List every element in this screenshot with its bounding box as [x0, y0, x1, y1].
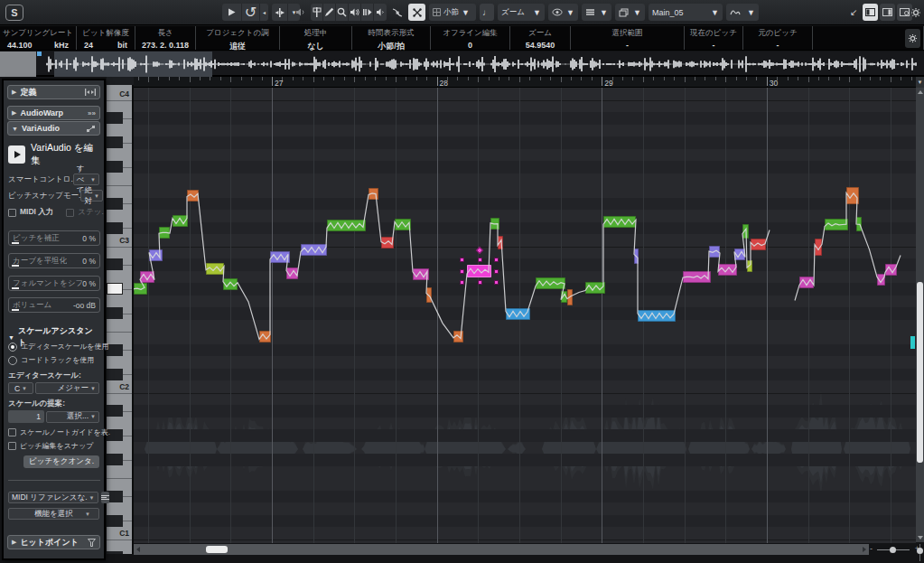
suggestion-count-field[interactable]: 1 [8, 410, 44, 423]
info-field[interactable]: 選択範囲- [571, 26, 685, 50]
piano-key-black[interactable] [107, 161, 123, 173]
segment-handle[interactable] [478, 280, 482, 285]
segment-handle[interactable] [460, 280, 464, 285]
piano-key-black[interactable] [107, 551, 123, 554]
scale-root-dropdown[interactable]: C▼ [8, 382, 33, 394]
draw-tool-button[interactable] [323, 4, 336, 21]
scale-guide-checkbox[interactable] [8, 428, 16, 436]
section-define[interactable]: ▶ 定義 [7, 85, 100, 99]
ruler-options-button[interactable]: ▼ [916, 77, 924, 88]
piano-key-black[interactable] [107, 491, 123, 502]
part-edit-mode-dropdown[interactable]: ▼ [615, 4, 645, 21]
formant-shift-slider[interactable]: フォルマントをシフト 0 % [8, 276, 100, 291]
info-field[interactable]: 時間表示形式小節/拍 [352, 26, 431, 50]
piano-key-black[interactable] [107, 198, 123, 210]
audition-button[interactable] [293, 4, 307, 21]
horizontal-scrollbar[interactable] [134, 544, 869, 555]
info-field[interactable]: サンプリングレート44.100kHz [0, 26, 77, 50]
left-zone-toggle[interactable] [863, 4, 878, 21]
range-tool-button[interactable] [311, 4, 323, 21]
info-field[interactable]: 長さ273. 2. 0.118 [135, 26, 196, 50]
horizontal-zoom-slider[interactable]: - + [870, 544, 919, 555]
scroll-down-arrow[interactable] [918, 536, 923, 540]
select-function-dropdown[interactable]: 機能を選択 ▼ [8, 508, 99, 520]
smart-controls-dropdown[interactable]: すべて▼ [73, 174, 99, 185]
solo-button[interactable]: S [5, 5, 23, 21]
zoom-tool-button[interactable] [336, 4, 349, 21]
slider-handle[interactable] [12, 265, 19, 267]
info-field[interactable]: 処理中なし [280, 26, 352, 50]
info-field[interactable]: 現在のピッチ- [685, 26, 743, 50]
snap-button[interactable] [408, 4, 425, 21]
segment-handle[interactable] [460, 258, 464, 262]
toolbar-setup-button[interactable] [909, 4, 922, 21]
variaudio-edit-button[interactable] [8, 145, 25, 164]
snap-pitch-button[interactable] [390, 4, 405, 21]
segment-handle[interactable] [494, 280, 499, 285]
scale-type-dropdown[interactable]: メジャー▼ [35, 382, 99, 394]
step-input-checkbox[interactable] [66, 209, 74, 217]
scroll-right-arrow[interactable] [863, 547, 866, 552]
loop-button[interactable]: ↺ [242, 4, 260, 21]
editor-canvas[interactable] [134, 88, 916, 543]
midi-reference-dropdown[interactable]: MIDI リファレンスな. ▼ [8, 492, 98, 503]
right-zone-toggle[interactable] [880, 4, 895, 21]
scroll-left-arrow[interactable] [136, 547, 140, 552]
piano-key-black[interactable] [107, 454, 123, 465]
piano-key-black[interactable] [107, 344, 123, 356]
piano-keyboard[interactable]: C4C3C2C1 [107, 85, 134, 554]
section-audiowarp[interactable]: ▶ AudioWarp »» [7, 106, 100, 120]
scrub-tool-button[interactable] [361, 4, 374, 21]
midi-input-checkbox[interactable] [8, 209, 16, 217]
editor-scale-radio[interactable] [8, 342, 17, 352]
grid-type-dropdown[interactable]: 小節 ▼ [429, 4, 476, 21]
info-field[interactable]: 元のピッチ- [743, 26, 813, 50]
view-options-dropdown[interactable]: ▼ [548, 4, 578, 21]
info-line-setup-button[interactable] [905, 29, 920, 48]
play-button[interactable] [222, 4, 242, 21]
info-field[interactable]: ズーム54.9540 [510, 26, 571, 50]
zoom-out-icon[interactable]: - [870, 544, 873, 553]
section-variaudio[interactable]: ▼ VariAudio [7, 121, 100, 136]
piano-key-black[interactable] [107, 222, 123, 234]
suggestion-select-dropdown[interactable]: 選択...▼ [46, 411, 99, 423]
segment-handle[interactable] [494, 269, 499, 274]
slider-handle[interactable] [12, 287, 19, 289]
pitch-visibility-dropdown[interactable]: ▼ [726, 4, 759, 21]
piano-key-black[interactable] [107, 112, 123, 124]
midi-reference-settings-button[interactable] [101, 492, 109, 503]
overview-strip[interactable] [0, 52, 924, 77]
vertical-scroll-thumb[interactable] [917, 282, 923, 463]
layer-options-dropdown[interactable]: ▼ [582, 4, 611, 21]
piano-key-black[interactable] [107, 258, 123, 270]
piano-key-black[interactable] [107, 405, 123, 417]
part-selector-dropdown[interactable]: Main_05 ▼ [649, 4, 723, 21]
piano-key-black[interactable] [107, 136, 123, 148]
info-field[interactable]: オフライン編集0 [431, 26, 510, 50]
zoom-in-icon[interactable]: + [915, 544, 919, 553]
flatten-curve-slider[interactable]: カーブを平坦化 0 % [8, 253, 100, 268]
autoscroll-button[interactable] [272, 4, 288, 21]
piano-key-black[interactable] [107, 515, 123, 527]
pitch-snap-dropdown[interactable]: 絶対▼ [80, 190, 102, 202]
segment-handle[interactable] [460, 269, 464, 274]
play-tool-button[interactable] [349, 4, 361, 21]
horizontal-scroll-thumb[interactable] [206, 546, 228, 553]
segment-handle[interactable] [478, 258, 482, 262]
slider-handle[interactable] [12, 242, 19, 244]
piano-key-black[interactable] [107, 307, 123, 319]
piano-key-black[interactable] [107, 369, 123, 380]
zoom-menu-dropdown[interactable]: ズーム ▼ [498, 4, 545, 21]
timeline-ruler[interactable]: 27282930 [134, 77, 916, 88]
volume-slider[interactable]: ボリューム -oo dB [8, 297, 100, 313]
piano-key-highlighted[interactable] [107, 283, 123, 295]
segment-handle[interactable] [494, 258, 499, 262]
section-hitpoints[interactable]: ▶ ヒットポイント [7, 535, 100, 549]
chord-track-radio[interactable] [8, 356, 17, 365]
quantize-pitch-button[interactable]: ピッチをクオンタ. [23, 455, 99, 468]
mute-tool-button[interactable] [374, 4, 387, 21]
horizontal-zoom-handle[interactable] [890, 547, 896, 553]
transport-expand-arrow[interactable]: ◂ [260, 4, 268, 21]
open-in-lower-zone-button[interactable]: ↙ [847, 4, 861, 21]
pitch-correct-slider[interactable]: ピッチを補正 0 % [8, 230, 100, 246]
